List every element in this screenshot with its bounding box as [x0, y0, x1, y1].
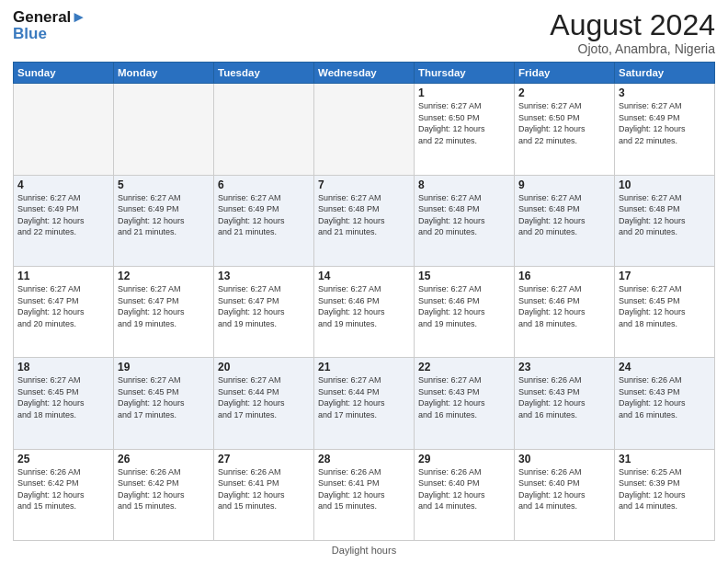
day-number: 28	[318, 453, 410, 465]
day-number: 12	[118, 270, 210, 282]
calendar-cell: 5Sunrise: 6:27 AM Sunset: 6:49 PM Daylig…	[114, 175, 214, 266]
day-number: 7	[318, 178, 410, 191]
calendar-cell: 17Sunrise: 6:27 AM Sunset: 6:45 PM Dayli…	[615, 266, 715, 357]
header: General► Blue August 2024 Ojoto, Anambra…	[13, 9, 715, 56]
calendar-cell: 18Sunrise: 6:27 AM Sunset: 6:45 PM Dayli…	[14, 358, 114, 449]
calendar-cell: 7Sunrise: 6:27 AM Sunset: 6:48 PM Daylig…	[314, 175, 415, 266]
calendar-cell: 8Sunrise: 6:27 AM Sunset: 6:48 PM Daylig…	[415, 175, 515, 266]
day-info: Sunrise: 6:26 AM Sunset: 6:43 PM Dayligh…	[518, 374, 610, 420]
col-header-saturday: Saturday	[615, 63, 715, 84]
col-header-wednesday: Wednesday	[314, 63, 415, 84]
col-header-tuesday: Tuesday	[214, 63, 314, 84]
calendar-cell: 10Sunrise: 6:27 AM Sunset: 6:48 PM Dayli…	[615, 175, 715, 266]
calendar-cell: 26Sunrise: 6:26 AM Sunset: 6:42 PM Dayli…	[114, 449, 214, 540]
day-info: Sunrise: 6:26 AM Sunset: 6:43 PM Dayligh…	[619, 374, 711, 420]
calendar-cell	[114, 84, 214, 175]
calendar-cell: 4Sunrise: 6:27 AM Sunset: 6:49 PM Daylig…	[14, 175, 114, 266]
day-info: Sunrise: 6:27 AM Sunset: 6:49 PM Dayligh…	[118, 192, 210, 238]
day-number: 16	[518, 270, 610, 282]
day-info: Sunrise: 6:27 AM Sunset: 6:45 PM Dayligh…	[118, 374, 210, 420]
day-info: Sunrise: 6:26 AM Sunset: 6:40 PM Dayligh…	[518, 466, 610, 512]
calendar-cell: 11Sunrise: 6:27 AM Sunset: 6:47 PM Dayli…	[14, 266, 114, 357]
calendar-cell: 23Sunrise: 6:26 AM Sunset: 6:43 PM Dayli…	[515, 358, 615, 449]
day-number: 20	[218, 361, 310, 373]
calendar-cell: 1Sunrise: 6:27 AM Sunset: 6:50 PM Daylig…	[415, 84, 515, 175]
day-number: 14	[318, 270, 410, 282]
footer: Daylight hours	[13, 545, 715, 556]
day-info: Sunrise: 6:26 AM Sunset: 6:42 PM Dayligh…	[17, 466, 109, 512]
day-number: 3	[619, 86, 711, 99]
calendar-cell: 16Sunrise: 6:27 AM Sunset: 6:46 PM Dayli…	[515, 266, 615, 357]
calendar-cell	[314, 84, 415, 175]
day-number: 22	[418, 361, 510, 373]
day-info: Sunrise: 6:27 AM Sunset: 6:45 PM Dayligh…	[619, 283, 711, 329]
day-info: Sunrise: 6:26 AM Sunset: 6:40 PM Dayligh…	[418, 466, 510, 512]
day-info: Sunrise: 6:27 AM Sunset: 6:48 PM Dayligh…	[318, 192, 410, 238]
calendar-week-3: 11Sunrise: 6:27 AM Sunset: 6:47 PM Dayli…	[14, 266, 715, 357]
day-info: Sunrise: 6:27 AM Sunset: 6:50 PM Dayligh…	[518, 100, 610, 146]
calendar-cell: 25Sunrise: 6:26 AM Sunset: 6:42 PM Dayli…	[14, 449, 114, 540]
day-number: 31	[619, 453, 711, 465]
calendar-cell: 28Sunrise: 6:26 AM Sunset: 6:41 PM Dayli…	[314, 449, 415, 540]
day-number: 30	[518, 453, 610, 465]
day-number: 8	[418, 178, 510, 191]
day-info: Sunrise: 6:27 AM Sunset: 6:44 PM Dayligh…	[318, 374, 410, 420]
day-number: 13	[218, 270, 310, 282]
calendar-cell: 22Sunrise: 6:27 AM Sunset: 6:43 PM Dayli…	[415, 358, 515, 449]
day-number: 18	[17, 361, 109, 373]
day-number: 24	[619, 361, 711, 373]
day-number: 15	[418, 270, 510, 282]
calendar: SundayMondayTuesdayWednesdayThursdayFrid…	[13, 62, 715, 541]
calendar-cell: 30Sunrise: 6:26 AM Sunset: 6:40 PM Dayli…	[515, 449, 615, 540]
day-info: Sunrise: 6:27 AM Sunset: 6:47 PM Dayligh…	[17, 283, 109, 329]
logo: General► Blue	[13, 9, 86, 42]
calendar-cell: 14Sunrise: 6:27 AM Sunset: 6:46 PM Dayli…	[314, 266, 415, 357]
day-number: 10	[619, 178, 711, 191]
day-number: 27	[218, 453, 310, 465]
calendar-cell: 9Sunrise: 6:27 AM Sunset: 6:48 PM Daylig…	[515, 175, 615, 266]
calendar-cell: 15Sunrise: 6:27 AM Sunset: 6:46 PM Dayli…	[415, 266, 515, 357]
calendar-week-2: 4Sunrise: 6:27 AM Sunset: 6:49 PM Daylig…	[14, 175, 715, 266]
calendar-cell: 13Sunrise: 6:27 AM Sunset: 6:47 PM Dayli…	[214, 266, 314, 357]
calendar-week-4: 18Sunrise: 6:27 AM Sunset: 6:45 PM Dayli…	[14, 358, 715, 449]
calendar-cell: 2Sunrise: 6:27 AM Sunset: 6:50 PM Daylig…	[515, 84, 615, 175]
day-number: 21	[318, 361, 410, 373]
day-info: Sunrise: 6:27 AM Sunset: 6:49 PM Dayligh…	[218, 192, 310, 238]
calendar-week-1: 1Sunrise: 6:27 AM Sunset: 6:50 PM Daylig…	[14, 84, 715, 175]
day-number: 6	[218, 178, 310, 191]
day-info: Sunrise: 6:27 AM Sunset: 6:44 PM Dayligh…	[218, 374, 310, 420]
location: Ojoto, Anambra, Nigeria	[550, 41, 715, 56]
day-info: Sunrise: 6:27 AM Sunset: 6:46 PM Dayligh…	[418, 283, 510, 329]
day-info: Sunrise: 6:27 AM Sunset: 6:49 PM Dayligh…	[619, 100, 711, 146]
day-info: Sunrise: 6:27 AM Sunset: 6:48 PM Dayligh…	[418, 192, 510, 238]
col-header-thursday: Thursday	[415, 63, 515, 84]
day-number: 2	[518, 86, 610, 99]
day-info: Sunrise: 6:27 AM Sunset: 6:48 PM Dayligh…	[518, 192, 610, 238]
footer-text: Daylight hours	[332, 545, 396, 556]
day-info: Sunrise: 6:27 AM Sunset: 6:45 PM Dayligh…	[17, 374, 109, 420]
day-number: 1	[418, 86, 510, 99]
day-info: Sunrise: 6:27 AM Sunset: 6:47 PM Dayligh…	[118, 283, 210, 329]
calendar-cell: 27Sunrise: 6:26 AM Sunset: 6:41 PM Dayli…	[214, 449, 314, 540]
calendar-cell: 19Sunrise: 6:27 AM Sunset: 6:45 PM Dayli…	[114, 358, 214, 449]
calendar-cell: 6Sunrise: 6:27 AM Sunset: 6:49 PM Daylig…	[214, 175, 314, 266]
day-info: Sunrise: 6:27 AM Sunset: 6:47 PM Dayligh…	[218, 283, 310, 329]
calendar-cell: 12Sunrise: 6:27 AM Sunset: 6:47 PM Dayli…	[114, 266, 214, 357]
day-info: Sunrise: 6:27 AM Sunset: 6:48 PM Dayligh…	[619, 192, 711, 238]
day-info: Sunrise: 6:27 AM Sunset: 6:49 PM Dayligh…	[17, 192, 109, 238]
day-number: 4	[17, 178, 109, 191]
day-number: 26	[118, 453, 210, 465]
day-number: 25	[17, 453, 109, 465]
day-info: Sunrise: 6:27 AM Sunset: 6:43 PM Dayligh…	[418, 374, 510, 420]
calendar-cell: 20Sunrise: 6:27 AM Sunset: 6:44 PM Dayli…	[214, 358, 314, 449]
day-number: 19	[118, 361, 210, 373]
calendar-cell: 3Sunrise: 6:27 AM Sunset: 6:49 PM Daylig…	[615, 84, 715, 175]
col-header-friday: Friday	[515, 63, 615, 84]
day-number: 17	[619, 270, 711, 282]
col-header-sunday: Sunday	[14, 63, 114, 84]
calendar-cell	[214, 84, 314, 175]
calendar-week-5: 25Sunrise: 6:26 AM Sunset: 6:42 PM Dayli…	[14, 449, 715, 540]
page: General► Blue August 2024 Ojoto, Anambra…	[0, 0, 728, 563]
title-area: August 2024 Ojoto, Anambra, Nigeria	[550, 9, 715, 56]
calendar-cell: 21Sunrise: 6:27 AM Sunset: 6:44 PM Dayli…	[314, 358, 415, 449]
